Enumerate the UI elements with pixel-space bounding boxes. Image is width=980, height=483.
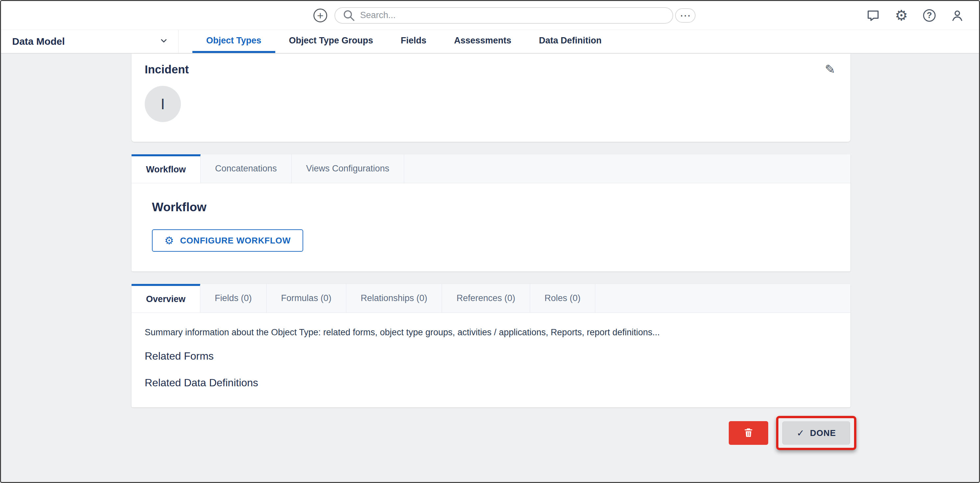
chat-icon[interactable]	[867, 9, 880, 22]
related-forms-heading: Related Forms	[145, 350, 837, 362]
module-selector-label: Data Model	[12, 36, 65, 47]
top-bar: + ⋯ ⚙ ?	[1, 1, 979, 30]
settings-gear-icon[interactable]: ⚙	[895, 9, 908, 22]
footer-actions: ✓ DONE	[132, 416, 850, 450]
search-bar[interactable]	[334, 7, 673, 24]
overview-panel-body: Summary information about the Object Typ…	[132, 313, 850, 407]
main-content: Incident ✎ I Workflow Concatenations Vie…	[1, 54, 979, 450]
workflow-panel-body: Workflow ⚙ CONFIGURE WORKFLOW	[132, 183, 850, 271]
related-data-definitions-heading: Related Data Definitions	[145, 377, 837, 389]
tab-fields[interactable]: Fields	[387, 30, 440, 53]
workflow-heading: Workflow	[152, 200, 830, 214]
overview-summary-text: Summary information about the Object Typ…	[145, 327, 837, 338]
help-icon[interactable]: ?	[923, 9, 935, 22]
trash-icon	[743, 427, 754, 439]
chevron-down-icon	[159, 36, 169, 47]
search-input[interactable]	[360, 10, 665, 21]
tab-formulas-count[interactable]: Formulas (0)	[267, 284, 346, 312]
tab-concatenations[interactable]: Concatenations	[200, 154, 292, 183]
module-nav-row: Data Model Object Types Object Type Grou…	[1, 30, 979, 54]
overview-panel: Overview Fields (0) Formulas (0) Relatio…	[132, 284, 850, 407]
object-avatar: I	[145, 86, 181, 122]
search-icon	[342, 9, 355, 22]
tab-workflow[interactable]: Workflow	[132, 154, 200, 183]
tab-views-configurations[interactable]: Views Configurations	[292, 154, 404, 183]
gear-icon: ⚙	[164, 235, 174, 246]
top-bar-center: + ⋯	[313, 1, 695, 30]
search-options-button[interactable]: ⋯	[675, 8, 695, 23]
done-button[interactable]: ✓ DONE	[782, 421, 850, 445]
configure-workflow-button[interactable]: ⚙ CONFIGURE WORKFLOW	[152, 230, 303, 252]
tab-roles-count[interactable]: Roles (0)	[530, 284, 595, 312]
tab-assessments[interactable]: Assessments	[440, 30, 525, 53]
overview-panel-tabs: Overview Fields (0) Formulas (0) Relatio…	[132, 284, 850, 313]
tab-overview[interactable]: Overview	[132, 284, 200, 312]
done-button-label: DONE	[810, 428, 836, 438]
workflow-panel-tabs: Workflow Concatenations Views Configurat…	[132, 154, 850, 183]
edit-pencil-icon[interactable]: ✎	[825, 62, 835, 77]
module-selector[interactable]: Data Model	[1, 30, 178, 53]
configure-workflow-label: CONFIGURE WORKFLOW	[180, 236, 291, 246]
tab-object-types[interactable]: Object Types	[192, 30, 275, 53]
tab-relationships-count[interactable]: Relationships (0)	[346, 284, 442, 312]
object-header-card: Incident ✎ I	[132, 54, 850, 142]
tab-data-definition[interactable]: Data Definition	[525, 30, 616, 53]
module-tabs: Object Types Object Type Groups Fields A…	[192, 30, 615, 53]
workflow-panel: Workflow Concatenations Views Configurat…	[132, 154, 850, 271]
user-account-icon[interactable]	[951, 9, 964, 22]
object-title: Incident	[145, 63, 837, 76]
app-window: + ⋯ ⚙ ?	[0, 0, 980, 483]
delete-button[interactable]	[729, 421, 768, 445]
tab-object-type-groups[interactable]: Object Type Groups	[275, 30, 387, 53]
tab-references-count[interactable]: References (0)	[442, 284, 530, 312]
check-icon: ✓	[797, 428, 804, 438]
top-bar-actions: ⚙ ?	[867, 1, 964, 30]
add-icon[interactable]: +	[313, 8, 327, 22]
annotation-highlight-box: ✓ DONE	[776, 416, 856, 450]
tab-fields-count[interactable]: Fields (0)	[200, 284, 267, 312]
